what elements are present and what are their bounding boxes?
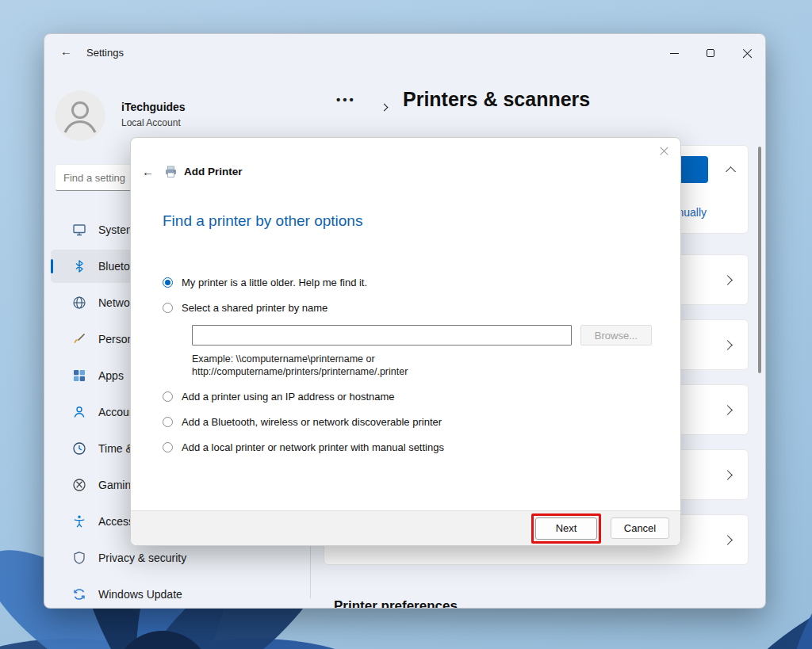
apps-grid-icon [72,368,88,383]
printer-preferences-heading: Printer preferences [334,598,458,609]
radio-label: Select a shared printer by name [182,302,327,314]
shared-printer-name-input[interactable] [192,325,572,345]
maximize-icon [707,49,714,57]
radio-option-older-printer[interactable]: My printer is a little older. Help me fi… [163,274,652,290]
sidebar-item-windows-update[interactable]: Windows Update [51,578,309,609]
dialog-footer: Next Cancel [131,510,680,545]
radio-button [163,417,173,427]
example-line-1: Example: \\computername\printername or [192,353,652,365]
page-title: Printers & scanners [403,88,590,111]
browse-button[interactable]: Browse... [580,325,652,345]
clock-icon [72,441,88,456]
chevron-right-icon [722,535,733,545]
next-button[interactable]: Next [535,517,597,540]
dialog-heading: Find a printer by other options [163,212,362,230]
update-icon [72,587,88,601]
sidebar-item-privacy-security[interactable]: Privacy & security [51,541,309,575]
radio-label: Add a Bluetooth, wireless or network dis… [182,416,442,428]
globe-icon [72,296,88,310]
breadcrumb-chevron-icon [381,99,387,113]
radio-option-shared-printer[interactable]: Select a shared printer by name [163,300,652,315]
radio-option-bluetooth-wireless[interactable]: Add a Bluetooth, wireless or network dis… [163,414,652,429]
scrollbar[interactable] [758,147,761,373]
accessibility-icon [72,514,88,529]
breadcrumb-ellipsis[interactable]: ••• [336,93,356,106]
bluetooth-icon [72,259,88,273]
radio-option-local-manual[interactable]: Add a local printer or network printer w… [163,439,652,455]
chevron-right-icon [722,405,733,415]
minimize-icon [670,53,679,54]
chevron-right-icon [722,470,733,480]
xbox-icon [72,478,88,492]
sidebar-item-label: Privacy & security [98,552,186,564]
minimize-button[interactable] [656,34,692,72]
close-button[interactable] [729,34,765,72]
radio-button [163,391,173,402]
radio-button [163,442,173,452]
shared-printer-example: Example: \\computername\printername or h… [192,353,652,378]
avatar[interactable] [55,90,105,141]
radio-button [163,277,173,288]
dialog-title: Add Printer [184,166,243,178]
annotation-highlight: Next [531,513,601,544]
dialog-options: My printer is a little older. Help me fi… [163,274,652,464]
settings-window: ← Settings iTechguides Local Account •••… [44,33,766,609]
brush-icon [72,332,88,346]
radio-label: My printer is a little older. Help me fi… [182,277,367,288]
chevron-right-icon [722,275,733,285]
radio-button [163,303,173,313]
cancel-button[interactable]: Cancel [611,517,669,539]
maximize-button[interactable] [692,34,729,72]
printer-icon [164,165,178,178]
radio-label: Add a printer using an IP address or hos… [182,391,395,403]
dialog-header: ← Add Printer [142,165,243,178]
person-icon [72,405,88,419]
window-title: Settings [86,47,124,59]
chevron-right-icon [722,340,733,350]
chevron-up-icon[interactable] [726,166,736,177]
shield-icon [72,551,88,565]
user-account-type: Local Account [121,117,181,128]
close-icon [660,147,669,156]
sidebar-item-label: Windows Update [98,588,182,601]
user-icon [55,90,105,141]
close-icon [742,48,753,59]
radio-option-ip-hostname[interactable]: Add a printer using an IP address or hos… [163,388,652,404]
example-line-2: http://computername/printers/printername… [192,365,652,378]
back-button[interactable]: ← [60,44,72,58]
dialog-close-button[interactable] [660,146,669,158]
user-name: iTechguides [121,101,186,113]
title-bar: ← Settings [44,34,765,72]
dialog-back-button[interactable]: ← [142,165,154,178]
monitor-icon [72,223,88,237]
radio-label: Add a local printer or network printer w… [182,441,444,453]
window-controls [656,34,765,72]
add-printer-dialog: ← Add Printer Find a printer by other op… [130,137,681,546]
shared-printer-input-row: Browse... [192,325,652,345]
sidebar-item-label: Apps [98,369,124,382]
